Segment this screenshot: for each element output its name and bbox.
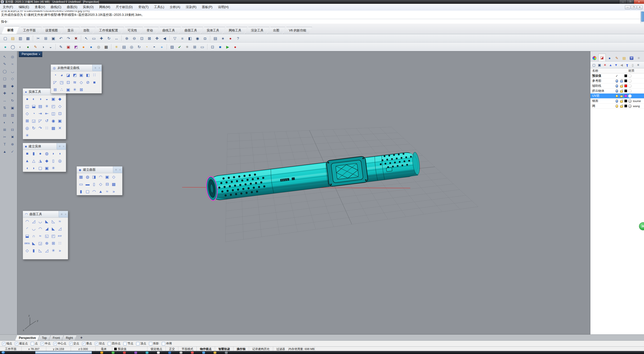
create-solid-tool-0-0[interactable]: ■ xyxy=(24,150,30,157)
layer-bulb-icon[interactable] xyxy=(616,105,618,108)
viewport-label[interactable]: Perspective xyxy=(19,52,42,57)
toolbar1-undo-view-button[interactable]: ◀ xyxy=(161,35,168,41)
toolbar2-xray-view-button[interactable]: ◒ xyxy=(47,43,54,50)
checkbox-中心点[interactable] xyxy=(53,342,57,345)
surface-tools-tool-4-3[interactable]: ◿ xyxy=(44,247,50,254)
material-ball-icon[interactable] xyxy=(628,99,632,103)
close-icon[interactable]: × xyxy=(65,213,66,216)
toolbar1-undo-button[interactable]: ↶ xyxy=(57,35,64,41)
status-pane-物件锁点[interactable]: 物件锁点 xyxy=(197,347,215,351)
panel-tab-panel-options[interactable]: ✳ xyxy=(635,55,642,61)
curve-from-object-tool-2-3[interactable]: ✳ xyxy=(71,86,78,93)
curve-from-object-tool-2-2[interactable]: ▣ xyxy=(65,86,71,93)
sidebar-tool-11-0[interactable]: ✂ xyxy=(1,134,8,140)
surface-tools-tool-3-5[interactable]: ∷ xyxy=(57,240,63,247)
surface-tools-tool-0-5[interactable]: ≈ xyxy=(57,218,63,225)
view-tab-Right[interactable]: Right xyxy=(62,335,77,340)
toolbar2-render-settings-button[interactable]: ✳ xyxy=(184,43,191,50)
sidebar-tool-3-1[interactable]: ◇ xyxy=(9,75,16,82)
surface-tools-tool-4-1[interactable]: ▮ xyxy=(30,247,37,254)
curve-from-object-tool-0-5[interactable]: ◧ xyxy=(85,72,91,78)
toolbar2-wireframe-view-button[interactable]: ◯ xyxy=(9,43,16,50)
layer-row-辅助线[interactable]: 辅助线 xyxy=(590,83,644,88)
command-scrollbar-thumb[interactable] xyxy=(641,12,644,22)
ribbon-tab-出图[interactable]: 出图 xyxy=(267,27,285,34)
curve-from-object-tool-2-0[interactable]: ⊞ xyxy=(52,86,58,93)
surface-tools-tool-0-0[interactable]: ◠ xyxy=(24,218,30,225)
toolbar1-named-views-button[interactable]: ▽ xyxy=(171,35,178,41)
layer-material-slot[interactable] xyxy=(628,99,632,103)
layer-row-UV层[interactable]: UV层 xyxy=(590,94,644,99)
sidebar-tool-1-1[interactable]: ≈ xyxy=(9,61,16,67)
toolbar2-blue-box-button[interactable]: ■ xyxy=(217,43,224,50)
toolbar2-flat-shade-button[interactable]: ◑ xyxy=(39,43,47,50)
material-ball-icon[interactable] xyxy=(628,79,632,83)
filter-layers-button[interactable]: ▼ xyxy=(624,62,630,68)
create-surface-tool-1-5[interactable]: ▩ xyxy=(110,181,117,188)
command-scrollbar[interactable] xyxy=(640,11,644,23)
toolbar2-grid-options-button[interactable]: ⊞ xyxy=(191,43,198,50)
menu-item-查看(V)[interactable]: 查看(V) xyxy=(32,4,48,11)
status-pane-锁定格点[interactable]: 锁定格点 xyxy=(147,347,166,351)
taskbar-icon-0[interactable] xyxy=(100,351,103,354)
taskbar-icon-10[interactable] xyxy=(214,351,216,354)
create-surface-tool-0-5[interactable]: ◇ xyxy=(110,173,117,180)
toolbar1-new-file-button[interactable]: ▢ xyxy=(2,35,9,41)
taskbar-window-button[interactable] xyxy=(35,351,92,354)
checkbox-四分点[interactable] xyxy=(108,342,111,345)
create-solid-tool-1-3[interactable]: ◆ xyxy=(44,157,50,164)
layer-lock-slot[interactable] xyxy=(619,84,624,87)
toolbar1-properties-button[interactable]: ▤ xyxy=(212,35,219,41)
create-solid-tool-2-0[interactable]: ◖ xyxy=(24,165,30,171)
toolbar1-record-button[interactable]: ● xyxy=(227,35,234,41)
command-area[interactable]: 正在复制的文件 f21a6166ab47c62a59195917266867b.… xyxy=(0,11,644,24)
checkbox-投影[interactable] xyxy=(149,342,152,345)
toolbar1-zoom-out-button[interactable]: ⊖ xyxy=(131,35,138,41)
toolbar1-scale-button[interactable]: ↔ xyxy=(113,35,120,41)
layer-row-网[interactable]: 网wang xyxy=(590,104,644,109)
toolbar1-zoom-in-button[interactable]: ⊕ xyxy=(123,35,130,41)
gear-icon[interactable]: ✳ xyxy=(60,213,63,216)
layer-color-slot[interactable] xyxy=(624,105,628,107)
toolbar2-material-ball-button[interactable]: ● xyxy=(158,43,165,50)
toolbar1-lock-objects-button[interactable]: ◘ xyxy=(202,35,209,41)
status-pane-正交[interactable]: 正交 xyxy=(166,347,178,351)
touchpad[interactable] xyxy=(326,156,368,187)
curve-from-object-tool-0-3[interactable]: ◩ xyxy=(71,72,78,78)
ribbon-tab-工作视窗配置[interactable]: 工作视窗配置 xyxy=(93,27,124,34)
layer-color-slot[interactable] xyxy=(624,79,628,82)
layer-color-swatch[interactable] xyxy=(624,105,627,107)
toolbar2-ghosted-view-button[interactable]: ◐ xyxy=(17,43,24,50)
layer-lock-icon[interactable] xyxy=(620,90,623,93)
surface-tools-tool-1-0[interactable]: ◜ xyxy=(24,225,30,232)
layer-lock-slot[interactable] xyxy=(619,89,624,93)
curve-from-object-tool-0-4[interactable]: ▣ xyxy=(78,72,85,78)
layer-lock-icon[interactable] xyxy=(620,95,623,98)
sidebar-tool-4-1[interactable]: ◆ xyxy=(9,82,16,89)
checkbox-停用[interactable] xyxy=(162,342,165,345)
layer-color-swatch[interactable] xyxy=(624,79,627,82)
layer-row-参考图[interactable]: 参考图 xyxy=(590,78,644,83)
layer-visibility-slot[interactable] xyxy=(615,95,619,98)
palette-title-bar[interactable]: ◠曲面工具✳× xyxy=(23,211,68,218)
toolbar2-annotate-pen-button[interactable]: ✎ xyxy=(57,43,64,50)
delete-layer-button[interactable]: ✕ xyxy=(602,62,608,68)
back-button[interactable]: ◀ xyxy=(619,62,624,68)
layer-color-slot[interactable] xyxy=(624,90,628,92)
checkbox-节点[interactable] xyxy=(123,342,127,345)
menu-item-尺寸标注(D)[interactable]: 尺寸标注(D) xyxy=(113,4,135,11)
close-icon[interactable]: × xyxy=(63,145,64,148)
create-surface-tool-0-2[interactable]: ◨ xyxy=(91,173,97,180)
toolbar2-sun-button[interactable]: ◔ xyxy=(143,43,150,50)
surface-tools-tool-3-1[interactable]: ◣ xyxy=(30,240,37,247)
create-surface-tool-2-5[interactable]: » xyxy=(110,188,117,195)
sidebar-tool-0-0[interactable]: ↖ xyxy=(1,53,8,60)
checkbox-垂点[interactable] xyxy=(82,342,86,345)
create-solid-tool-2-2[interactable]: ▢ xyxy=(37,165,44,171)
start-orb[interactable] xyxy=(2,351,5,354)
new-layer-button[interactable]: ▢ xyxy=(591,62,597,68)
curve-from-object-tool-0-0[interactable]: ◔ xyxy=(52,72,58,78)
curve-from-object-tool-0-1[interactable]: ◕ xyxy=(58,72,65,78)
move-layer-down-button[interactable]: ▼ xyxy=(613,62,619,68)
sidebar-tool-10-0[interactable]: ⊞ xyxy=(1,126,8,133)
